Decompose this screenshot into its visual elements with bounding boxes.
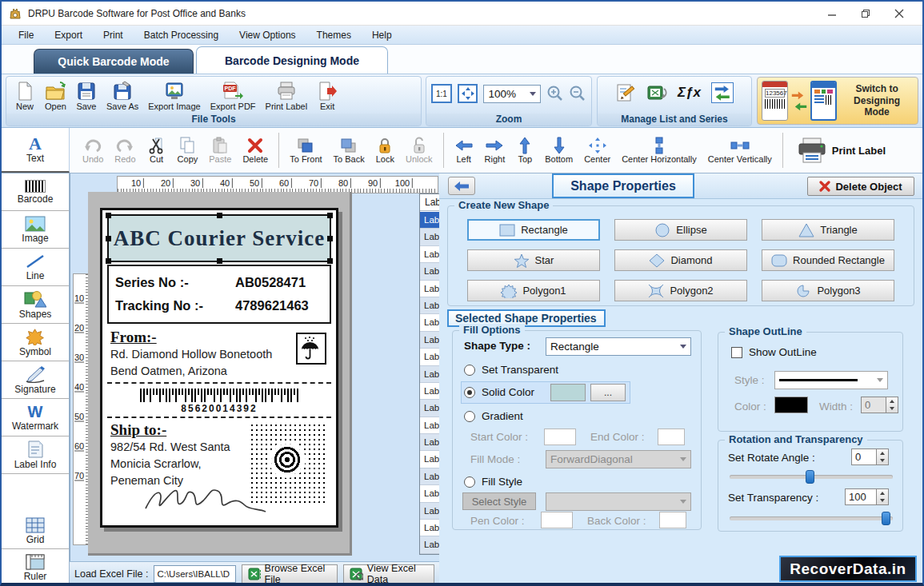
tab-quick-barcode-mode[interactable]: Quick Barcode Mode bbox=[34, 49, 194, 74]
back-color-swatch bbox=[659, 512, 686, 528]
fill-style-radio[interactable]: Fill Style bbox=[464, 476, 522, 488]
restore-button[interactable] bbox=[849, 2, 882, 25]
zoom-1to1-button[interactable]: 1:1 bbox=[431, 84, 452, 103]
menu-export[interactable]: Export bbox=[44, 27, 93, 43]
start-color-label: Start Color : bbox=[470, 431, 528, 443]
shape-button-ellipse[interactable]: Ellipse bbox=[614, 219, 747, 241]
shape-button-polygon3[interactable]: Polygon3 bbox=[762, 280, 894, 301]
set-transparent-radio[interactable]: Set Transparent bbox=[464, 364, 558, 376]
center-horizontally-button[interactable]: Center Horizontally bbox=[617, 135, 702, 165]
align-bottom-button[interactable]: Bottom bbox=[540, 135, 578, 165]
transparency-slider[interactable] bbox=[730, 516, 893, 520]
shape-button-polygon1[interactable]: Polygon1 bbox=[467, 280, 600, 301]
print-label-button[interactable]: Print Label bbox=[262, 80, 311, 112]
solid-color-radio[interactable]: Solid Color bbox=[464, 386, 534, 398]
copy-button[interactable]: Copy bbox=[173, 135, 203, 165]
align-center-button[interactable]: Center bbox=[579, 135, 615, 165]
switch-to-designing-mode-button[interactable]: 123567 Switch to Designing Mode bbox=[757, 77, 918, 125]
rotate-angle-slider[interactable] bbox=[730, 475, 893, 479]
shape-button-rounded-rectangle[interactable]: Rounded Rectangle bbox=[762, 249, 894, 271]
undo-button[interactable]: Undo bbox=[78, 135, 108, 165]
sidebar-item-image[interactable]: Image bbox=[2, 211, 69, 249]
view-excel-button[interactable]: View Excel Data bbox=[343, 564, 434, 584]
from-section[interactable]: From:- Rd. Diamond Hollow Bonetooth Bend… bbox=[107, 326, 331, 384]
ship-section[interactable]: Ship to:- 982/54 Rd. West Santa Monicia … bbox=[107, 418, 331, 521]
shape-button-polygon2[interactable]: Polygon2 bbox=[614, 280, 747, 301]
tab-barcode-designing-mode[interactable]: Barcode Designing Mode bbox=[196, 46, 388, 74]
to-back-button[interactable]: To Back bbox=[329, 135, 370, 165]
save-as-button[interactable]: Save As bbox=[103, 80, 142, 112]
center-vertically-button[interactable]: Center Vertically bbox=[703, 135, 777, 165]
show-outline-checkbox[interactable]: Show OutLine bbox=[731, 346, 817, 358]
solid-color-swatch[interactable] bbox=[550, 384, 586, 401]
sidebar-item-symbol[interactable]: Symbol bbox=[2, 324, 69, 361]
align-left-button[interactable]: Left bbox=[450, 135, 478, 165]
align-top-button[interactable]: Top bbox=[511, 135, 538, 165]
menu-file[interactable]: File bbox=[8, 27, 44, 43]
zoom-in-icon[interactable] bbox=[546, 85, 564, 102]
export-image-button[interactable]: Export Image bbox=[145, 80, 203, 112]
shape-button-diamond[interactable]: Diamond bbox=[614, 249, 747, 271]
to-front-button[interactable]: To Front bbox=[285, 135, 326, 165]
lock-button[interactable]: Lock bbox=[371, 135, 399, 165]
menu-themes[interactable]: Themes bbox=[306, 27, 362, 43]
sidebar-item-line[interactable]: Line bbox=[2, 249, 69, 286]
swap-series-icon[interactable] bbox=[711, 82, 734, 103]
menu-batch-processing[interactable]: Batch Processing bbox=[134, 27, 229, 43]
watermark-icon: W bbox=[28, 404, 43, 420]
menu-view-options[interactable]: View Options bbox=[229, 27, 306, 43]
browse-excel-button[interactable]: Browse Excel File bbox=[242, 564, 338, 584]
sidebar-item-watermark[interactable]: WWatermark bbox=[2, 399, 69, 437]
minimize-button[interactable] bbox=[815, 2, 849, 25]
print-label-button-2[interactable]: Print Label bbox=[789, 137, 894, 164]
export-pdf-button[interactable]: PDFExport PDF bbox=[207, 80, 259, 112]
shape-button-star[interactable]: Star bbox=[467, 249, 600, 271]
new-button[interactable]: New bbox=[11, 80, 38, 112]
label-title-object[interactable]: ABC Courier Service bbox=[107, 214, 331, 262]
unlock-button[interactable]: Unlock bbox=[401, 135, 438, 165]
paste-button[interactable]: Paste bbox=[204, 135, 236, 165]
close-button[interactable] bbox=[882, 2, 916, 25]
keep-dry-symbol[interactable] bbox=[296, 333, 326, 365]
sidebar-item-grid[interactable]: Grid bbox=[2, 513, 69, 549]
save-button[interactable]: Save bbox=[73, 80, 100, 112]
barcode-section[interactable]: 85620014392 bbox=[107, 384, 331, 418]
gradient-radio[interactable]: Gradient bbox=[464, 410, 523, 422]
menu-help[interactable]: Help bbox=[362, 27, 402, 43]
sidebar-item-signature[interactable]: Signature bbox=[2, 361, 69, 399]
open-button[interactable]: Open bbox=[42, 80, 70, 112]
excel-path-input[interactable] bbox=[154, 565, 236, 583]
sidebar-item-label-info[interactable]: Label Info bbox=[2, 437, 69, 474]
sidebar-item-barcode[interactable]: Barcode bbox=[2, 173, 69, 211]
sidebar-item-ruler[interactable]: Ruler bbox=[2, 549, 69, 586]
sidebar-item-shapes[interactable]: Shapes bbox=[2, 286, 69, 324]
back-button[interactable] bbox=[448, 177, 475, 195]
sidebar-item-text[interactable]: A Text bbox=[2, 128, 70, 173]
excel-list-icon[interactable] bbox=[646, 82, 667, 103]
exit-button[interactable]: Exit bbox=[314, 80, 341, 112]
shape-button-rectangle[interactable]: Rectangle bbox=[467, 219, 600, 241]
series-section[interactable]: Series No :-AB0528471 Tracking No :-4789… bbox=[107, 265, 331, 324]
design-canvas[interactable]: 102030405060708090100 10203040506070 ABC… bbox=[70, 173, 439, 561]
tracking-label: Tracking No :- bbox=[115, 298, 235, 313]
cut-button[interactable]: Cut bbox=[142, 135, 171, 165]
rotate-slider-thumb[interactable] bbox=[806, 470, 814, 484]
label-design[interactable]: ABC Courier Service Series No :-AB052847… bbox=[100, 208, 338, 528]
delete-button[interactable]: Delete bbox=[238, 135, 273, 165]
transparency-slider-thumb[interactable] bbox=[882, 512, 890, 525]
zoom-out-icon[interactable] bbox=[569, 85, 586, 102]
outline-width-spinner[interactable]: 0 bbox=[861, 397, 898, 413]
delete-object-button[interactable]: Delete Object bbox=[807, 177, 914, 196]
edit-list-icon[interactable] bbox=[615, 82, 636, 103]
transparency-spinner[interactable]: 100 bbox=[845, 488, 889, 505]
solid-color-picker-button[interactable]: ... bbox=[590, 384, 626, 401]
zoom-level-select[interactable]: 100% bbox=[483, 85, 540, 103]
align-right-button[interactable]: Right bbox=[480, 135, 510, 165]
menu-print[interactable]: Print bbox=[93, 27, 134, 43]
series-function-icon[interactable]: Σƒx bbox=[678, 85, 701, 101]
shape-type-select[interactable]: Rectangle bbox=[546, 337, 691, 356]
shape-button-triangle[interactable]: Triangle bbox=[762, 219, 894, 241]
rotate-angle-spinner[interactable]: 0 bbox=[851, 448, 889, 465]
redo-button[interactable]: Redo bbox=[110, 135, 140, 165]
zoom-fit-button[interactable] bbox=[458, 84, 478, 103]
